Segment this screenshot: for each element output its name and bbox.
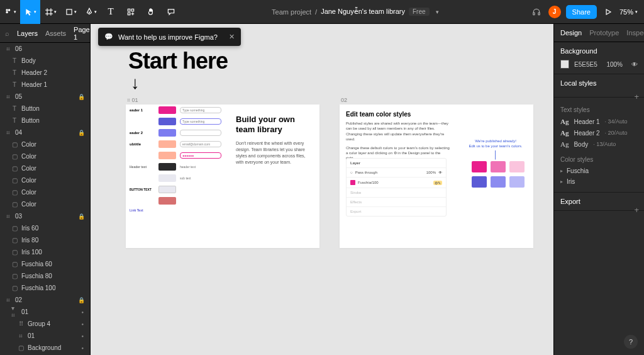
hand-tool-button[interactable] [141,0,161,24]
layer-name: Iris 100 [21,249,42,256]
comment-tool-button[interactable] [161,0,181,24]
move-tool-button[interactable]: ▾ [20,0,40,24]
frame-label-01[interactable]: ⌗ 01 [127,97,138,104]
layer-item[interactable]: ▢Color [0,138,90,150]
text-style-row[interactable]: AgHeader 1 · 34/Auto [560,116,638,127]
frame-tool-button[interactable]: ▾ [40,0,60,24]
shape-tool-button[interactable]: ▾ [60,0,80,24]
background-swatch[interactable] [560,60,569,69]
layer-item[interactable]: ▢Fuschia 100 [0,282,90,294]
style-meta: · 34/Auto [605,118,628,125]
swatch-peach [158,140,176,148]
toolbar-right: J Share 75%▾ [530,0,644,24]
layer-item[interactable]: ▢Background● [0,342,90,354]
breadcrumb[interactable]: Team project / Jane Nguyễn's team librar… [181,8,530,16]
color-swatch [509,161,525,172]
headphones-icon[interactable] [530,0,543,24]
layer-item[interactable]: ▢Color [0,198,90,210]
layer-item[interactable]: THeader 1 [0,79,90,91]
layer-item[interactable]: ▢Color [0,150,90,162]
share-button[interactable]: Share [566,5,597,19]
preview-text: header text [180,165,196,169]
tab-inspect[interactable]: Inspect [626,29,644,37]
tab-design[interactable]: Design [560,29,582,37]
pen-tool-button[interactable]: ▾ [80,0,101,24]
background-hex[interactable]: E5E5E5 [574,61,597,68]
visibility-icon[interactable]: 👁 [631,61,638,68]
tab-prototype[interactable]: Prototype [589,29,619,37]
card1-title: Build your own team library [236,115,311,135]
layer-item[interactable]: ▾ ⌗01● [0,306,90,318]
layer-item[interactable]: TButton [0,115,90,127]
feedback-toast[interactable]: 💬 Want to help us improve Figma? ✕ [98,28,241,46]
layer-name: 06 [15,45,22,52]
layer-item[interactable]: ⠿Group 4● [0,318,90,330]
layer-item[interactable]: ⌗06 [0,43,90,55]
svg-rect-0 [6,9,8,11]
resources-button[interactable] [121,0,141,24]
lock-icon[interactable]: 🔒 [78,94,85,100]
frame-01[interactable]: eader 1Type something Type something ead… [126,104,319,248]
layer-item[interactable]: ⌗01● [0,330,90,342]
frame-label-02[interactable]: 02 [341,97,347,103]
help-button[interactable]: ? [624,335,638,349]
style-meta: · 13/Auto [593,141,616,147]
text-style-row[interactable]: AgHeader 2 · 20/Auto [560,127,638,138]
layer-item[interactable]: ▢Iris 60 [0,222,90,234]
plan-badge: Free [409,8,430,16]
canvas[interactable]: 💬 Want to help us improve Figma? ✕ Start… [91,24,553,355]
layer-item[interactable]: THeader 2 [0,67,90,79]
breadcrumb-file[interactable]: Jane Nguyễn's team library [321,8,405,16]
layer-item[interactable]: ▢Iris 80 [0,234,90,246]
layer-item[interactable]: TButton [0,103,90,115]
ui-effects: Effects [350,200,362,204]
layer-item[interactable]: ⌗04🔒 [0,127,90,138]
preview-input: Type something [180,118,221,125]
layer-item[interactable]: ▢Fuschia 60 [0,258,90,270]
color-style-row[interactable]: ▸Fuschia [560,166,638,176]
file-chevron-icon[interactable]: ▾ [433,9,439,15]
card1-body: Don't reinvent the wheel with every desi… [236,140,311,166]
breadcrumb-separator: / [315,8,317,16]
zoom-control[interactable]: 75%▾ [619,8,638,16]
swatch-fuschia [158,106,176,114]
tab-assets[interactable]: Assets [45,30,66,37]
color-style-row[interactable]: ▸Iris [560,176,638,187]
layer-item[interactable]: ⌗05🔒 [0,91,90,103]
search-icon[interactable]: ⌕ [5,30,9,37]
lock-icon[interactable]: 🔒 [78,297,85,303]
tab-layers[interactable]: Layers [17,30,38,37]
add-style-button[interactable]: + [634,92,639,101]
add-export-button[interactable]: + [634,205,639,215]
layer-item[interactable]: ▢Color [0,174,90,186]
swatch-light-slate [158,174,176,182]
color-swatch [509,176,525,188]
layer-item[interactable]: ▢Color [0,186,90,198]
layer-name: Color [21,141,36,148]
close-icon[interactable]: ✕ [229,33,235,41]
swatch-dark [158,163,176,171]
svg-rect-15 [538,13,540,15]
color-style-name: Iris [567,178,575,185]
layer-item[interactable]: ▢Color [0,162,90,174]
background-opacity[interactable]: 100% [606,61,623,68]
ui-passthrough: Pass through [355,171,377,174]
layer-item[interactable]: TBody [0,55,90,67]
user-avatar[interactable]: J [548,6,561,18]
layer-type-icon: ▢ [11,142,18,148]
layer-item[interactable]: ▢Iris 100 [0,246,90,258]
text-tool-button[interactable]: T [101,0,121,24]
layer-name: 04 [15,129,22,136]
breadcrumb-project[interactable]: Team project [272,8,311,16]
figma-menu-button[interactable]: ▾ [0,0,20,24]
ui-opacity: 100% [426,171,436,174]
layer-dot: ● [81,310,84,314]
layer-item[interactable]: ▢Fuschia 80 [0,270,90,282]
layer-type-icon: ⌗ [5,297,11,303]
layer-item[interactable]: ⌗03🔒 [0,210,90,222]
present-button[interactable] [602,0,614,24]
lock-icon[interactable]: 🔒 [78,213,85,220]
lock-icon[interactable]: 🔒 [78,130,85,136]
text-style-row[interactable]: AgBody · 13/Auto [560,138,638,150]
frame-02[interactable]: Edit team color styles Published styles … [340,104,533,248]
